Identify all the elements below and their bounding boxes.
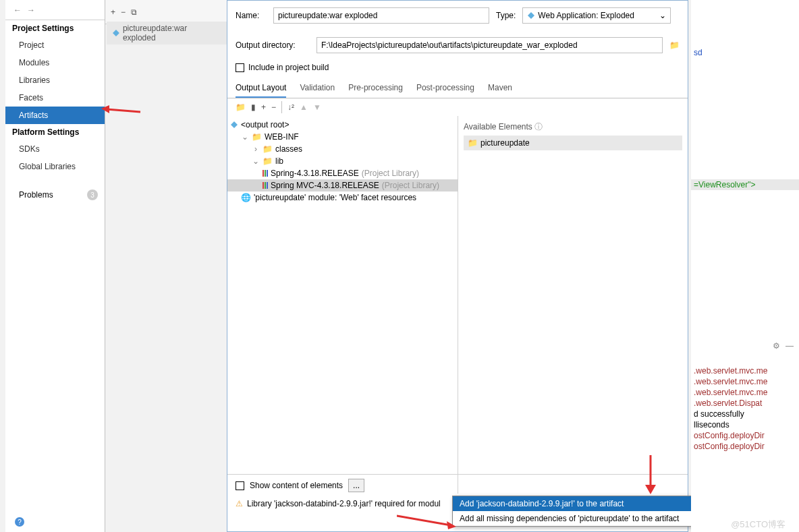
problems-count-badge: 3 [87, 189, 98, 200]
webapp-icon [527, 11, 535, 20]
tree-webinf: ⌄ 📁 WEB-INF [227, 131, 458, 143]
up-icon[interactable]: ▲ [300, 102, 308, 112]
tree-spring: Spring-4.3.18.RELEASE (Project Library) [227, 167, 458, 179]
down-icon[interactable]: ▼ [313, 102, 321, 112]
forward-icon[interactable]: → [27, 5, 35, 15]
annotation-arrow [101, 105, 142, 119]
tab-output-layout[interactable]: Output Layout [236, 79, 286, 98]
back-icon[interactable]: ← [13, 5, 22, 15]
project-settings-header: Project Settings [5, 20, 105, 36]
name-label: Name: [236, 11, 267, 20]
artifact-tabs: Output Layout Validation Pre-processing … [227, 79, 688, 98]
sort-icon[interactable]: ↓² [287, 102, 294, 112]
help-icon[interactable]: ⓘ [534, 122, 543, 131]
type-value: Web Application: Exploded [538, 11, 634, 20]
outdir-input[interactable] [316, 37, 663, 53]
include-build-label: Include in project build [248, 63, 329, 72]
nav-sdks[interactable]: SDKs [5, 140, 105, 158]
nav-arrows: ← → [5, 0, 105, 20]
problems-label: Problems [19, 190, 53, 200]
type-label: Type: [496, 11, 516, 20]
copy-icon[interactable]: ⧉ [131, 7, 137, 17]
nav-modules[interactable]: Modules [5, 54, 105, 71]
show-content-checkbox[interactable] [236, 481, 244, 490]
remove-icon[interactable]: − [121, 7, 126, 17]
sidebar: ← → Project Settings Project Modules Lib… [5, 0, 105, 532]
artifact-tab[interactable]: pictureupdate:war exploded [107, 22, 227, 45]
tree-classes: › 📁 classes [227, 143, 458, 155]
svg-line-3 [107, 109, 140, 112]
tree-facet: 🌐 'pictureupdate' module: 'Web' facet re… [227, 191, 458, 204]
artifact-tab-label: pictureupdate:war exploded [123, 24, 221, 42]
warning-text: Library 'jackson-databind-2.9.9.jar!' re… [247, 499, 441, 508]
nav-facets[interactable]: Facets [5, 89, 105, 107]
include-build-checkbox[interactable] [236, 63, 244, 72]
artifact-icon [112, 29, 120, 37]
tree-output-root: <output root> [227, 119, 458, 131]
background-editor: sd =ViewResolver"> ⚙— .web.servlet.mvc.m… [691, 0, 799, 532]
browse-icon[interactable]: 📁 [669, 40, 680, 50]
warning-icon: ⚠ [236, 499, 243, 508]
help-button[interactable]: ? [15, 517, 24, 527]
avail-header-label: Available Elements [464, 122, 532, 131]
add-copy-icon[interactable]: + [261, 102, 266, 112]
library-icon [263, 182, 268, 189]
expand-icon[interactable]: ⌄ [241, 132, 249, 142]
tree-springmvc: Spring MVC-4.3.18.RELEASE (Project Libra… [227, 179, 458, 191]
root-icon [230, 121, 238, 129]
name-input[interactable] [273, 7, 489, 24]
minimize-icon[interactable]: — [786, 341, 794, 351]
nav-problems[interactable]: Problems 3 [5, 186, 105, 204]
module-icon: 📁 [468, 138, 478, 148]
remove-layout-icon[interactable]: − [271, 102, 276, 112]
folder-icon: 📁 [263, 144, 273, 154]
nav-artifacts[interactable]: Artifacts [5, 107, 105, 124]
nav-libraries[interactable]: Libraries [5, 71, 105, 89]
expand-icon[interactable]: ⌄ [252, 156, 260, 166]
separator [281, 101, 282, 113]
layout-toolbar: 📁 ▮ + − ↓² ▲ ▼ [227, 98, 688, 116]
gear-icon[interactable]: ⚙ [773, 341, 780, 351]
output-tree[interactable]: <output root> ⌄ 📁 WEB-INF › 📁 classes ⌄ … [227, 116, 458, 494]
outdir-label: Output directory: [236, 40, 310, 50]
web-facet-icon: 🌐 [241, 193, 251, 202]
tab-maven[interactable]: Maven [488, 79, 512, 98]
bottom-bar: Show content of elements ... [227, 474, 688, 496]
add-icon[interactable]: + [111, 7, 115, 17]
chevron-down-icon: ⌄ [659, 11, 666, 20]
svg-marker-0 [113, 30, 119, 36]
new-file-icon[interactable]: ▮ [251, 102, 256, 112]
new-folder-icon[interactable]: 📁 [236, 102, 246, 112]
artifact-editor: Name: Type: Web Application: Exploded ⌄ … [227, 0, 688, 532]
tree-lib: ⌄ 📁 lib [227, 155, 458, 167]
type-combo[interactable]: Web Application: Exploded ⌄ [522, 7, 671, 24]
nav-project[interactable]: Project [5, 36, 105, 54]
expand-icon[interactable]: › [252, 144, 260, 154]
svg-marker-1 [528, 12, 534, 19]
folder-icon: 📁 [252, 132, 262, 142]
tab-postprocessing[interactable]: Post-processing [416, 79, 474, 98]
artifact-list: + − ⧉ [105, 0, 227, 24]
library-icon [263, 170, 268, 177]
folder-icon: 📁 [263, 156, 273, 166]
platform-settings-header: Platform Settings [5, 124, 105, 140]
nav-global-libraries[interactable]: Global Libraries [5, 158, 105, 175]
show-content-label: Show content of elements [250, 481, 343, 490]
dots-button[interactable]: ... [348, 479, 364, 492]
tab-validation[interactable]: Validation [300, 79, 335, 98]
avail-item[interactable]: 📁 pictureupdate [464, 136, 682, 150]
tab-preprocessing[interactable]: Pre-processing [348, 79, 403, 98]
svg-marker-2 [231, 121, 238, 128]
available-elements: Available Elements ⓘ 📁 pictureupdate [458, 116, 688, 494]
watermark: @51CTO博客 [731, 519, 786, 531]
